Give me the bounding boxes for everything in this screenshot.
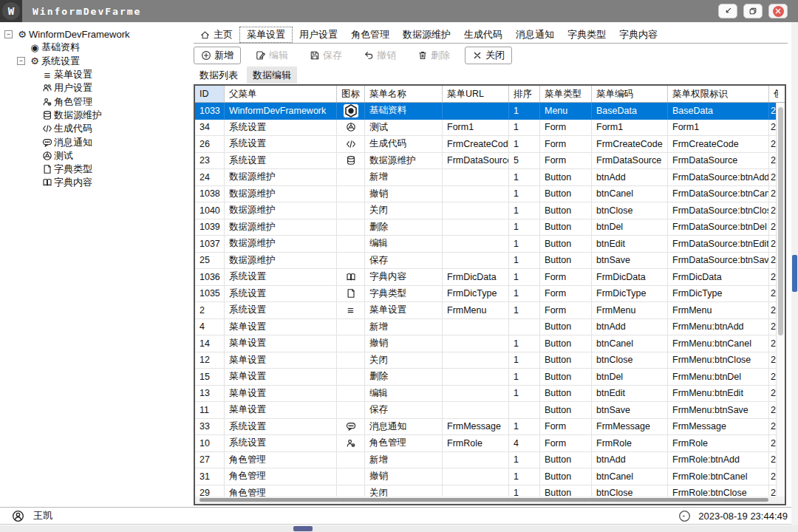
tab-datasource[interactable]: 数据源维护: [396, 27, 457, 43]
cell-id: 4: [195, 319, 225, 335]
collapse-toggle-icon[interactable]: −: [4, 30, 13, 38]
cell-name: 撤销: [365, 335, 443, 352]
screen-vscroll-thumb[interactable]: [792, 255, 797, 292]
table-row[interactable]: 1040数据源维护关闭1ButtonbtnCloseFrmDataSource:…: [195, 202, 776, 219]
save-icon: [310, 50, 320, 61]
tab-menu-settings[interactable]: 菜单设置: [239, 27, 293, 43]
table-row[interactable]: 31角色管理撤销1ButtonbtnCanelFrmRole:btnCanel2: [195, 468, 776, 485]
cell-perm: FrmMenu:btnAdd: [668, 319, 769, 335]
screen-vertical-scrollbar[interactable]: [791, 22, 798, 525]
add-button[interactable]: 新增: [194, 47, 241, 64]
column-header[interactable]: 菜单权限标识: [668, 86, 769, 102]
cell-icon: [337, 219, 365, 236]
column-header[interactable]: 菜单名称: [365, 86, 443, 102]
table-vertical-scrollbar[interactable]: [776, 103, 785, 497]
sidebar-item-message[interactable]: 消息通知: [0, 135, 191, 149]
table-row[interactable]: 26系统设置生成代码FrmCreateCode1FormFrmCreateCod…: [195, 136, 776, 153]
column-header[interactable]: ID: [195, 86, 225, 102]
sidebar-item-menu-settings[interactable]: ≡菜单设置: [0, 68, 191, 81]
table-row[interactable]: 34系统设置测试Form11FormForm1Form12: [195, 120, 776, 137]
cell-created: 2: [769, 402, 776, 418]
sidebar-item-test[interactable]: 测试: [0, 149, 191, 163]
column-header[interactable]: 菜单类型: [540, 86, 592, 102]
close-button[interactable]: 关闭: [465, 47, 512, 64]
cell-url: FrmRole: [443, 435, 509, 451]
tab-home[interactable]: 主页: [194, 27, 239, 43]
vertical-scroll-thumb[interactable]: [778, 107, 783, 335]
tab-strip: 主页菜单设置用户设置角色管理数据源维护生成代码消息通知字典类型字典内容: [194, 27, 788, 44]
sidebar-item-dictdata[interactable]: 字典内容: [0, 176, 191, 189]
cell-perm: FrmMenu:btnEdit: [668, 386, 769, 402]
sidebar-item-dicttype[interactable]: 字典类型: [0, 163, 191, 176]
horizontal-scroll-thumb[interactable]: [200, 498, 768, 502]
subtab-data-edit[interactable]: 数据编辑: [247, 66, 297, 83]
cell-id: 12: [195, 352, 225, 369]
gear-icon: ⚙: [16, 30, 29, 39]
tab-label: 消息通知: [516, 28, 554, 41]
table-row[interactable]: 1039数据源维护删除1ButtonbtnDelFrmDataSource:bt…: [195, 219, 776, 236]
tab-user-settings[interactable]: 用户设置: [293, 27, 344, 43]
table-row[interactable]: 23系统设置数据源维护FrmDataSource5FormFrmDataSour…: [195, 153, 776, 170]
table-horizontal-scrollbar[interactable]: [195, 497, 776, 504]
tab-dicttype[interactable]: 字典类型: [561, 27, 613, 43]
sidebar-item-codegen[interactable]: 生成代码: [0, 122, 191, 135]
tab-role-manage[interactable]: 角色管理: [344, 27, 396, 43]
sidebar-item-user-settings[interactable]: 用户设置: [0, 81, 191, 95]
sidebar-item-syssettings[interactable]: −⚙系统设置: [0, 55, 191, 68]
sidebar-item-basedata[interactable]: ◉基础资料: [0, 41, 191, 54]
screen-hscroll-thumb[interactable]: [293, 526, 313, 531]
table-row[interactable]: 14菜单设置撤销1ButtonbtnCanelFrmMenu:btnCanel2: [195, 335, 776, 352]
table-row[interactable]: 25数据源维护保存1ButtonbtnSaveFrmDataSource:btn…: [195, 253, 776, 270]
cell-icon: [337, 452, 365, 468]
table-row[interactable]: 2系统设置≡菜单设置FrmMenu1FormFrmMenuFrmMenu2: [195, 302, 776, 319]
cell-icon: [337, 186, 365, 202]
collapse-toggle-icon[interactable]: −: [17, 57, 25, 65]
tab-label: 菜单设置: [247, 28, 285, 41]
cell-sort: 1: [509, 236, 540, 252]
table-row[interactable]: 1036系统设置字典内容FrmDicData1FormFrmDicDataFrm…: [195, 269, 776, 286]
column-header[interactable]: 图标: [337, 86, 365, 102]
subtab-data-list[interactable]: 数据列表: [194, 66, 244, 83]
table-row[interactable]: 24数据源维护新增1ButtonbtnAddFrmDataSource:btnA…: [195, 169, 776, 186]
restore-button[interactable]: [743, 4, 763, 18]
cell-type: Button: [540, 253, 592, 269]
table-row[interactable]: 1033WinformDevFramework基础资料1MenuBaseData…: [195, 103, 776, 120]
cell-parent: 系统设置: [225, 302, 337, 318]
table-row[interactable]: 12菜单设置关闭1ButtonbtnCloseFrmMenu:btnClose2: [195, 352, 776, 369]
sidebar-item-label: 基础资料: [41, 41, 80, 54]
table-row[interactable]: 4菜单设置新增ButtonbtnAddFrmMenu:btnAdd2: [195, 319, 776, 336]
cell-icon: [337, 236, 365, 252]
table-row[interactable]: 27角色管理新增1ButtonbtnAddFrmRole:btnAdd2: [195, 452, 776, 469]
column-header[interactable]: 菜单编码: [592, 86, 668, 102]
cell-perm: FrmDataSource:btnAdd: [668, 169, 769, 185]
edit-icon: [256, 50, 266, 61]
book-open-icon: [346, 272, 356, 282]
table-row[interactable]: 33系统设置消息通知FrmMessage1FormFrmMessageFrmMe…: [195, 419, 776, 436]
cell-created: 2: [769, 335, 776, 352]
column-header[interactable]: 菜单URL: [443, 86, 509, 102]
tab-dictdata[interactable]: 字典内容: [613, 27, 664, 43]
cell-type: Button: [540, 369, 592, 385]
column-header[interactable]: 父菜单: [225, 86, 337, 102]
sidebar-item-root[interactable]: −⚙WinformDevFramework: [0, 27, 191, 41]
table-row[interactable]: 13菜单设置编辑1ButtonbtnEditFrmMenu:btnEdit2: [195, 386, 776, 403]
tab-message[interactable]: 消息通知: [509, 27, 561, 43]
minimize-button[interactable]: [718, 4, 737, 18]
sidebar-item-datasource[interactable]: 数据源维护: [0, 109, 191, 122]
close-button[interactable]: [768, 4, 788, 18]
table-row[interactable]: 1037数据源维护编辑1ButtonbtnEditFrmDataSource:b…: [195, 236, 776, 253]
screen-horizontal-scrollbar[interactable]: [0, 525, 798, 532]
sidebar-item-role-manage[interactable]: 角色管理: [0, 95, 191, 108]
tab-codegen[interactable]: 生成代码: [457, 27, 509, 43]
cell-code: FrmMessage: [592, 419, 668, 435]
column-header[interactable]: 创建时间: [769, 86, 778, 102]
table-row[interactable]: 1038数据源维护撤销1ButtonbtnCanelFrmDataSource:…: [195, 186, 776, 203]
table-row[interactable]: 10系统设置角色管理FrmRole4FormFrmRoleFrmRole2: [195, 435, 776, 452]
cell-icon: [337, 136, 365, 152]
cell-parent: 菜单设置: [225, 386, 337, 402]
table-row[interactable]: 11菜单设置保存ButtonbtnSaveFrmMenu:btnSave2: [195, 402, 776, 419]
table-row[interactable]: 1035系统设置字典类型FrmDicType1FormFrmDicTypeFrm…: [195, 286, 776, 303]
column-header[interactable]: 排序: [509, 86, 540, 102]
table-row[interactable]: 15菜单设置删除1ButtonbtnDelFrmMenu:btnDel2: [195, 369, 776, 386]
cell-perm: Form1: [668, 120, 769, 136]
